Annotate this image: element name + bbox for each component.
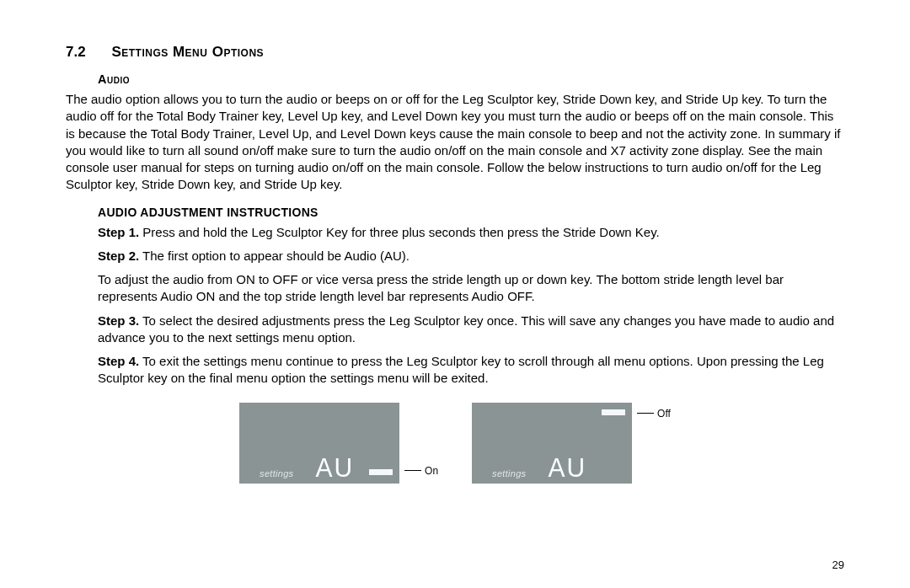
manual-page: 7.2 Settings Menu Options Audio The audi… xyxy=(0,0,910,588)
leader-off: Off xyxy=(637,408,671,420)
step-1: Step 1. Press and hold the Leg Sculptor … xyxy=(98,224,844,241)
step-text: To adjust the audio from ON to OFF or vi… xyxy=(98,272,784,303)
leader-line-icon xyxy=(637,413,654,414)
off-label: Off xyxy=(657,408,671,420)
step-label: Step 1. xyxy=(98,225,139,239)
step-2: Step 2. The first option to appear shoul… xyxy=(98,248,844,265)
level-bar-on-icon xyxy=(369,469,393,475)
level-bar-off-icon xyxy=(602,409,625,415)
step-3: Step 3. To select the desired adjustment… xyxy=(98,313,844,347)
panel-segment-text: AU xyxy=(315,452,354,482)
section-title: Settings Menu Options xyxy=(111,44,264,60)
panel-off-wrap: settings AU Off xyxy=(472,403,671,484)
instructions-steps: Step 1. Press and hold the Leg Sculptor … xyxy=(98,224,844,388)
step-text: To select the desired adjustments press … xyxy=(98,313,834,345)
step-2-detail: To adjust the audio from ON to OFF or vi… xyxy=(98,271,844,306)
display-panel-on: settings AU xyxy=(239,403,399,484)
step-text: The first option to appear should be Aud… xyxy=(139,249,410,263)
step-label: Step 2. xyxy=(98,249,139,263)
audio-heading: Audio xyxy=(98,72,844,86)
step-text: To exit the settings menu continue to pr… xyxy=(98,354,824,385)
audio-paragraph: The audio option allows you to turn the … xyxy=(66,91,844,194)
leader-line-icon xyxy=(404,470,421,471)
step-text: Press and hold the Leg Sculptor Key for … xyxy=(139,225,660,239)
panel-settings-label: settings xyxy=(260,468,293,478)
on-label: On xyxy=(425,465,438,477)
step-label: Step 3. xyxy=(98,313,139,328)
leader-on: On xyxy=(404,465,438,477)
instructions-heading: AUDIO ADJUSTMENT INSTRUCTIONS xyxy=(98,206,844,219)
audio-figure: settings AU On settings AU Off xyxy=(66,403,844,484)
panel-segment-text: AU xyxy=(548,452,586,482)
section-number: 7.2 xyxy=(66,44,86,61)
panel-on-wrap: settings AU On xyxy=(239,403,438,484)
panel-settings-label: settings xyxy=(492,468,526,478)
step-4: Step 4. To exit the settings menu contin… xyxy=(98,353,844,388)
display-panel-off: settings AU xyxy=(472,403,632,484)
step-label: Step 4. xyxy=(98,354,139,368)
page-number: 29 xyxy=(832,559,844,571)
section-heading: 7.2 Settings Menu Options xyxy=(66,44,844,61)
